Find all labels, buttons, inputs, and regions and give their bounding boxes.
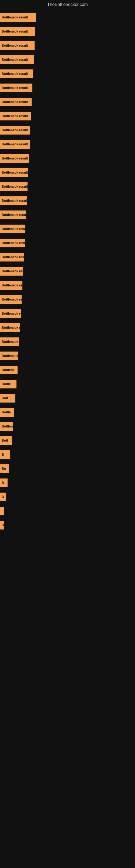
bar-row: B — [0, 447, 135, 462]
bottleneck-bar[interactable]: Bottleneck result — [0, 196, 27, 205]
bottleneck-bar[interactable]: Bottleneck resu — [0, 295, 21, 304]
bar-row: Bottle — [0, 405, 135, 420]
bar-row: Bottleneck result — [0, 123, 135, 137]
bottleneck-bar[interactable]: Bottleneck resu — [0, 351, 18, 360]
bar-row: Bott — [0, 391, 135, 405]
bar-label: Bottleneck res — [2, 312, 21, 315]
bar-row: Bottleneck re — [0, 278, 135, 292]
bar-row: Bottleneck result — [0, 236, 135, 250]
bar-row: Bottleneck result — [0, 180, 135, 194]
bar-row: Bottleneck res — [0, 307, 135, 321]
bar-label: B — [2, 495, 4, 499]
bars-container: Bottleneck resultBottleneck resultBottle… — [0, 10, 135, 543]
bar-row: Bottleneck result — [0, 194, 135, 208]
bar-label: Bottleneck result — [2, 44, 28, 48]
bar-row: Bo — [0, 462, 135, 476]
bar-row: Bottleneck result — [0, 250, 135, 264]
bar-row: B — [0, 490, 135, 504]
bar-row: Bottleneck result — [0, 38, 135, 53]
bottleneck-bar[interactable]: Bottleneck result — [0, 126, 30, 134]
bottleneck-bar[interactable]: Bottleneck result — [0, 211, 26, 219]
bar-label: Bottle — [2, 410, 11, 414]
bottleneck-bar[interactable]: Bottleneck result — [0, 112, 31, 120]
bar-row: Bottleneck result — [0, 321, 135, 335]
bar-row: Bottleneck result — [0, 151, 135, 165]
bar-label: Bottlene — [2, 368, 14, 372]
bar-label: Bott — [2, 396, 8, 400]
bottleneck-bar[interactable]: B — [0, 493, 6, 501]
bottleneck-bar[interactable]: Bottleneck result — [0, 239, 25, 247]
bottleneck-bar[interactable] — [0, 507, 4, 516]
bar-label: B — [2, 481, 4, 485]
bar-label: B — [2, 453, 4, 457]
bar-label: Bottle — [2, 382, 11, 386]
bar-row: Bottleneck result — [0, 24, 135, 38]
bar-label: Bottleneck result — [2, 156, 28, 160]
bottleneck-bar[interactable]: Bottleneck result — [0, 98, 32, 106]
bar-row: Bottleneck result — [0, 109, 135, 123]
bar-label: Bottleneck result — [2, 255, 24, 259]
bottleneck-bar[interactable]: Bottlene — [0, 366, 17, 374]
bottleneck-bar[interactable]: Bottle — [0, 408, 14, 416]
bar-row — [0, 504, 135, 518]
bottleneck-bar[interactable]: B — [0, 450, 10, 459]
bottleneck-bar[interactable]: Bottleneck result — [0, 323, 20, 332]
bottleneck-bar[interactable]: Bottleneck resu — [0, 267, 23, 276]
bar-row: Bottleneck result — [0, 10, 135, 24]
bar-label: Bottleneck result — [2, 326, 20, 330]
bar-row: Bottleneck result — [0, 165, 135, 180]
bottleneck-bar[interactable]: Bo — [0, 521, 4, 529]
bar-row: Bottleneck result — [0, 137, 135, 151]
bottleneck-bar[interactable]: Bo — [0, 464, 9, 473]
bar-label: Bottleneck result — [2, 185, 28, 188]
bar-row: Bo — [0, 518, 135, 532]
bottleneck-bar[interactable]: Bottleneck result — [0, 27, 35, 36]
bottleneck-bar[interactable]: Bottleneck result — [0, 168, 28, 177]
bottleneck-bar[interactable]: Bottleneck result — [0, 182, 28, 191]
bar-row: Bottleneck result — [0, 53, 135, 67]
bottleneck-bar[interactable]: Bottleneck re — [0, 281, 22, 290]
bar-label: Bottleneck result — [2, 213, 26, 217]
bar-label: Bottleneck result — [2, 170, 28, 175]
bottleneck-bar[interactable]: Bott — [0, 394, 15, 403]
bar-label: Bo — [2, 523, 4, 527]
bottleneck-bar[interactable]: Bottleneck r — [0, 337, 19, 346]
site-title: TheBottlenecker.com — [0, 0, 135, 10]
bottleneck-bar[interactable]: Bottleneck res — [0, 309, 21, 318]
bar-label: Bottleneck resu — [2, 298, 21, 301]
bar-row: Bottlene — [0, 363, 135, 377]
bar-row: Bottlenec — [0, 420, 135, 433]
bar-label: Bottleneck re — [2, 283, 22, 287]
bottleneck-bar[interactable]: Bottleneck result — [0, 13, 36, 22]
bar-label: Bottleneck result — [2, 128, 28, 132]
bar-row: B — [0, 476, 135, 490]
bar-row: Bottleneck result — [0, 222, 135, 236]
bar-row: Bottleneck result — [0, 81, 135, 95]
bar-row: Bottleneck result — [0, 208, 135, 222]
bottleneck-bar[interactable]: Bott — [0, 436, 12, 445]
bar-row: Bottleneck resu — [0, 264, 135, 278]
bar-label: Bottleneck result — [2, 16, 28, 19]
bottleneck-bar[interactable]: B — [0, 478, 8, 487]
bar-row: Bottleneck result — [0, 95, 135, 109]
bar-row: Bottleneck resu — [0, 349, 135, 363]
bar-label: Bottleneck result — [2, 72, 28, 76]
bottleneck-bar[interactable]: Bottleneck result — [0, 253, 24, 261]
bar-label: Bottleneck resu — [2, 354, 18, 358]
bar-label: Bottleneck result — [2, 241, 25, 245]
bar-row: Bottle — [0, 377, 135, 391]
bar-label: Bottleneck result — [2, 199, 27, 203]
bar-label: Bottlenec — [2, 425, 13, 428]
bottleneck-bar[interactable]: Bottleneck result — [0, 140, 30, 149]
bottleneck-bar[interactable]: Bottlenec — [0, 422, 13, 431]
bottleneck-bar[interactable]: Bottleneck result — [0, 69, 33, 78]
bottleneck-bar[interactable]: Bottleneck result — [0, 225, 26, 233]
bottleneck-bar[interactable]: Bottle — [0, 380, 16, 389]
bottleneck-bar[interactable]: Bottleneck result — [0, 55, 34, 64]
bottleneck-bar[interactable]: Bottleneck result — [0, 84, 32, 92]
bottleneck-bar[interactable]: Bottleneck result — [0, 154, 29, 163]
bar-label: Bo — [2, 467, 6, 471]
bar-label: Bottleneck result — [2, 58, 28, 62]
bar-row: Bottleneck r — [0, 335, 135, 349]
bottleneck-bar[interactable]: Bottleneck result — [0, 41, 35, 50]
